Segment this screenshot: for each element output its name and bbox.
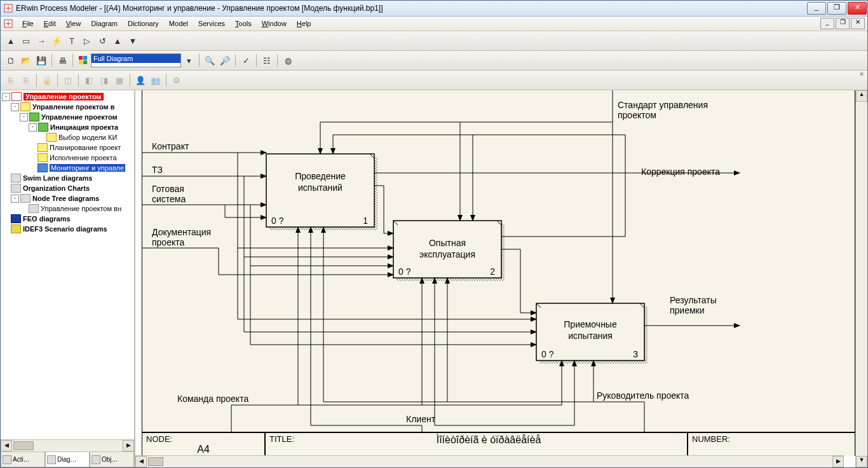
sidebar-tab-diagrams[interactable]: Diag… — [45, 452, 90, 467]
tree-node[interactable]: -Управление проектом в — [2, 102, 133, 112]
tb3-btn9-icon[interactable]: ⚙ — [170, 73, 184, 87]
combo-drop-icon[interactable]: ▾ — [182, 53, 196, 67]
palette-icon[interactable] — [76, 53, 90, 67]
scroll-left-icon[interactable]: ◀ — [1, 440, 12, 451]
scroll-right-icon[interactable]: ▶ — [123, 440, 134, 451]
tb3-btn1-icon[interactable]: ⎘ — [4, 73, 18, 87]
zoom-in-icon[interactable]: 🔍 — [203, 53, 217, 67]
svg-text:Контракт: Контракт — [152, 141, 189, 151]
tb3-btn7-icon[interactable]: 👤 — [133, 73, 147, 87]
print-icon[interactable]: 🖶 — [55, 53, 69, 67]
mdi-minimize-button[interactable]: _ — [820, 18, 834, 29]
sidebar-tab-activities[interactable]: Acti… — [1, 452, 45, 467]
arrow-tool-icon[interactable]: → — [34, 34, 48, 48]
menu-dictionary[interactable]: Dictionary — [123, 18, 164, 29]
tree-node[interactable]: -Node Tree diagrams — [2, 193, 133, 203]
tb3-btn8-icon[interactable]: 👥 — [149, 73, 163, 87]
svg-text:0 ?: 0 ? — [541, 349, 554, 359]
svg-text:Опытная: Опытная — [429, 238, 466, 248]
scroll-thumb[interactable] — [148, 457, 163, 466]
tb3-btn4-icon[interactable]: ◧ — [82, 73, 96, 87]
tree-node-selected[interactable]: Мониторинг и управле — [2, 163, 133, 173]
tree-node[interactable]: Планирование проект — [2, 142, 133, 153]
svg-text:Документация: Документация — [152, 227, 211, 237]
tree-node[interactable]: Исполнение проекта — [2, 153, 133, 163]
pointer-tool-icon[interactable]: ▲ — [4, 34, 18, 48]
svg-text:0 ?: 0 ? — [271, 216, 284, 226]
menu-diagram[interactable]: Diagram — [86, 18, 123, 29]
tb3-btn5-icon[interactable]: ◨ — [97, 73, 111, 87]
svg-text:2: 2 — [490, 266, 495, 277]
toolbar-2: 🗋 📂 💾 🖶 Full Diagram ▾ 🔍 🔎 ✓ ☷ ◍ — [1, 51, 867, 71]
tb3-btn3-icon[interactable]: ◫ — [61, 73, 75, 87]
tree-node[interactable]: Swim Lane diagrams — [2, 173, 133, 183]
mdi-icon[interactable] — [3, 18, 13, 29]
mdi-close-button[interactable]: ✕ — [851, 18, 865, 29]
toolbar-1: ▲ ▭ → ⚡ T ▷ ↺ ▲ ▼ — [1, 31, 867, 51]
model-tree[interactable]: -Управление проектом -Управление проекто… — [1, 90, 134, 439]
menu-services[interactable]: Services — [193, 18, 230, 29]
menu-edit[interactable]: Edit — [39, 18, 61, 29]
text-tool-icon[interactable]: T — [65, 34, 79, 48]
tree-node[interactable]: Выбор модели КИ — [2, 132, 133, 142]
canvas-hscroll[interactable]: ◀ ▶ — [135, 455, 844, 467]
squiggle-tool-icon[interactable]: ⚡ — [50, 34, 64, 48]
sidebar-tab-objects[interactable]: Obj… — [90, 452, 134, 467]
maximize-button[interactable]: ❐ — [827, 2, 846, 15]
svg-rect-4 — [79, 60, 83, 64]
tb3-btn2-icon[interactable]: ⎘ — [19, 73, 33, 87]
up-icon[interactable]: ▲ — [111, 34, 125, 48]
view-combo[interactable]: Full Diagram — [91, 53, 181, 67]
down-icon[interactable]: ▼ — [126, 34, 140, 48]
tree-node[interactable]: Organization Charts — [2, 183, 133, 193]
scroll-right-icon[interactable]: ▶ — [832, 456, 844, 467]
scroll-up-icon[interactable]: ▲ — [856, 90, 867, 102]
tree-node[interactable]: -Инициация проекта — [2, 122, 133, 132]
svg-text:Клиент: Клиент — [406, 414, 436, 424]
model-explorer-icon[interactable]: ☷ — [260, 53, 274, 67]
svg-text:Коррекция проекта: Коррекция проекта — [641, 167, 720, 177]
scroll-down-icon[interactable]: ▼ — [856, 456, 867, 467]
save-icon[interactable]: 💾 — [34, 53, 48, 67]
footer-title-label: TITLE: — [269, 434, 294, 444]
svg-text:Стандарт управления: Стандарт управления — [618, 100, 708, 110]
minimize-button[interactable]: _ — [807, 2, 826, 15]
tree-node[interactable]: FEO diagrams — [2, 214, 133, 224]
svg-text:Проведение: Проведение — [295, 171, 346, 181]
menu-tools[interactable]: Tools — [230, 18, 257, 29]
close-button[interactable]: ✕ — [848, 2, 867, 15]
mdi-restore-button[interactable]: ❐ — [836, 18, 850, 29]
tb3-btn6-icon[interactable]: ▦ — [112, 73, 126, 87]
svg-text:Руководитель проекта: Руководитель проекта — [597, 390, 689, 401]
svg-rect-2 — [79, 56, 83, 60]
box-tool-icon[interactable]: ▭ — [19, 34, 33, 48]
titlebar[interactable]: ERwin Process Modeler - [(A4) Мониторинг… — [1, 1, 867, 17]
menu-window[interactable]: Window — [257, 18, 292, 29]
svg-text:испытаний: испытаний — [298, 182, 342, 193]
tree-node[interactable]: IDEF3 Scenario diagrams — [2, 224, 133, 234]
spellcheck-icon[interactable]: ✓ — [239, 53, 253, 67]
new-icon[interactable]: 🗋 — [4, 53, 18, 67]
toolbar-close-icon[interactable]: × — [857, 70, 866, 79]
globe-icon[interactable]: ◍ — [281, 53, 295, 67]
canvas-vscroll[interactable]: ▲ ▼ — [855, 90, 867, 467]
diagram-canvas[interactable]: Проведение испытаний 0 ? 1 Опытная экспл… — [135, 90, 855, 467]
tree-node[interactable]: -Управление проектом — [2, 112, 133, 122]
svg-rect-3 — [83, 56, 87, 60]
go-parent-icon[interactable]: ▷ — [80, 34, 94, 48]
svg-text:испытания: испытания — [568, 331, 613, 341]
refresh-icon[interactable]: ↺ — [95, 34, 109, 48]
open-icon[interactable]: 📂 — [19, 53, 33, 67]
sidebar-hscroll[interactable]: ◀ ▶ — [1, 439, 134, 451]
lock-icon[interactable]: 🔒 — [40, 73, 54, 87]
tree-root[interactable]: -Управление проектом — [2, 92, 133, 102]
tree-node[interactable]: Управление проектом вн — [2, 203, 133, 214]
menu-help[interactable]: Help — [292, 18, 316, 29]
menu-file[interactable]: File — [17, 18, 39, 29]
scroll-thumb[interactable] — [13, 441, 34, 450]
menu-model[interactable]: Model — [164, 18, 193, 29]
footer-node-label: NODE: — [146, 434, 261, 444]
zoom-out-icon[interactable]: 🔎 — [218, 53, 232, 67]
menu-view[interactable]: View — [61, 18, 86, 29]
scroll-left-icon[interactable]: ◀ — [135, 456, 147, 467]
